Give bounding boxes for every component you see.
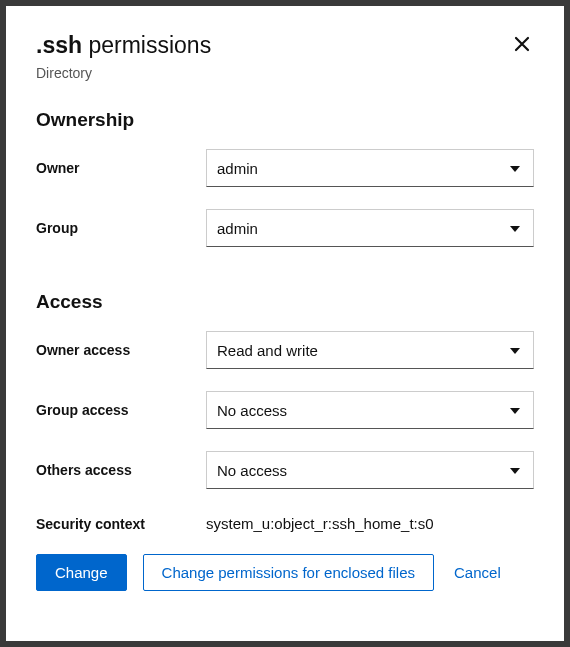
ownership-heading: Ownership: [36, 109, 534, 131]
others-access-row: Others access No access: [36, 451, 534, 489]
owner-label: Owner: [36, 160, 206, 176]
group-row: Group admin: [36, 209, 534, 247]
title-suffix: permissions: [82, 32, 211, 58]
group-select[interactable]: admin: [206, 209, 534, 247]
group-access-label: Group access: [36, 402, 206, 418]
owner-select-wrap: admin: [206, 149, 534, 187]
dialog-subtitle: Directory: [36, 65, 211, 81]
owner-row: Owner admin: [36, 149, 534, 187]
change-enclosed-button[interactable]: Change permissions for enclosed files: [143, 554, 434, 591]
owner-access-row: Owner access Read and write: [36, 331, 534, 369]
cancel-button[interactable]: Cancel: [450, 555, 505, 590]
access-heading: Access: [36, 291, 534, 313]
title-block: .ssh permissions Directory: [36, 32, 211, 81]
group-label: Group: [36, 220, 206, 236]
close-button[interactable]: [510, 32, 534, 58]
change-button[interactable]: Change: [36, 554, 127, 591]
owner-access-label: Owner access: [36, 342, 206, 358]
security-context-label: Security context: [36, 516, 206, 532]
dialog-header: .ssh permissions Directory: [36, 32, 534, 81]
owner-access-select[interactable]: Read and write: [206, 331, 534, 369]
security-context-value: system_u:object_r:ssh_home_t:s0: [206, 515, 534, 532]
others-access-select-wrap: No access: [206, 451, 534, 489]
button-bar: Change Change permissions for enclosed f…: [36, 554, 534, 591]
permissions-dialog: .ssh permissions Directory Ownership Own…: [6, 6, 564, 641]
security-context-row: Security context system_u:object_r:ssh_h…: [36, 515, 534, 532]
title-directory-name: .ssh: [36, 32, 82, 58]
owner-select[interactable]: admin: [206, 149, 534, 187]
group-access-select[interactable]: No access: [206, 391, 534, 429]
close-icon: [514, 36, 530, 52]
group-access-select-wrap: No access: [206, 391, 534, 429]
group-select-wrap: admin: [206, 209, 534, 247]
group-access-row: Group access No access: [36, 391, 534, 429]
others-access-label: Others access: [36, 462, 206, 478]
owner-access-select-wrap: Read and write: [206, 331, 534, 369]
others-access-select[interactable]: No access: [206, 451, 534, 489]
dialog-title: .ssh permissions: [36, 32, 211, 59]
